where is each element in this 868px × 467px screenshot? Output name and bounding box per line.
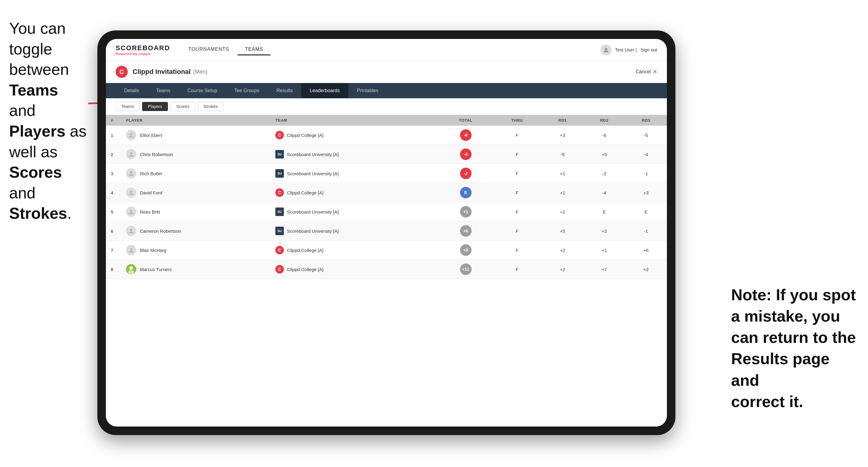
tab-details[interactable]: Details xyxy=(116,83,148,98)
cell-rank: 7 xyxy=(106,241,121,260)
player-avatar xyxy=(126,187,136,198)
team-name: Clippd College [A] xyxy=(287,248,323,253)
cell-player: Cameron Robertson xyxy=(121,221,271,241)
cell-player: Chris Robertson xyxy=(121,145,271,164)
cell-team: SU Scoreboard University [A] xyxy=(271,221,439,241)
main-nav: TOURNAMENTS TEAMS xyxy=(181,44,600,55)
table-row: 4 David Ford C Clippd College [A] E F +1… xyxy=(106,183,667,202)
cell-rd3: E xyxy=(625,202,667,221)
close-icon: ✕ xyxy=(653,68,657,75)
player-avatar xyxy=(126,264,136,274)
cell-rd1: +2 xyxy=(541,260,583,279)
cell-team: C Clippd College [A] xyxy=(271,126,439,145)
cancel-button[interactable]: Cancel ✕ xyxy=(636,68,657,75)
cell-team: SU Scoreboard University [A] xyxy=(271,202,439,221)
svg-point-4 xyxy=(130,171,132,174)
team-name: Clippd College [A] xyxy=(287,133,323,138)
header-right: Test User | Sign out xyxy=(600,44,657,55)
tab-tee-groups[interactable]: Tee Groups xyxy=(226,83,268,98)
team-name: Scoreboard University [A] xyxy=(287,209,339,215)
cell-rank: 6 xyxy=(106,221,121,241)
tab-course-setup[interactable]: Course Setup xyxy=(179,83,226,98)
cell-rd3: +2 xyxy=(625,260,667,279)
col-team: TEAM xyxy=(271,115,439,126)
cell-rank: 8 xyxy=(106,260,121,279)
cell-rank: 2 xyxy=(106,145,121,164)
cell-total: -4 xyxy=(439,145,493,164)
tab-results[interactable]: Results xyxy=(268,83,301,98)
player-avatar xyxy=(126,226,136,236)
player-avatar xyxy=(126,207,136,217)
player-name: Rees Britt xyxy=(140,209,160,215)
cell-thru: F xyxy=(493,202,542,221)
toggle-scores[interactable]: Scores xyxy=(170,102,195,111)
cell-rd3: -1 xyxy=(625,164,667,183)
player-name: Chris Robertson xyxy=(140,152,173,157)
logo-sub-brand: clippd xyxy=(139,52,150,56)
tournament-header: C Clippd Invitational (Men) Cancel ✕ xyxy=(106,61,667,83)
left-annotation: You can toggle between Teams and Players… xyxy=(9,18,94,224)
svg-point-7 xyxy=(130,229,132,231)
cell-team: C Clippd College [A] xyxy=(271,183,439,202)
cell-rank: 1 xyxy=(106,126,121,145)
tab-printables[interactable]: Printables xyxy=(348,83,387,98)
player-name: Blair McHarg xyxy=(140,248,166,253)
cell-total: +11 xyxy=(439,260,493,279)
score-badge: +6 xyxy=(460,225,472,237)
table-row: 8 Marcus Turners C Clippd College [A] +1… xyxy=(106,260,667,279)
cell-rd1: +1 xyxy=(541,183,583,202)
scores-bold: Scores xyxy=(9,163,62,181)
svg-point-11 xyxy=(128,270,134,274)
cell-player: Rees Britt xyxy=(121,202,271,221)
score-badge: -4 xyxy=(460,149,472,160)
score-badge: +1 xyxy=(460,206,472,218)
col-player: PLAYER xyxy=(121,115,271,126)
cell-player: David Ford xyxy=(121,183,271,202)
player-avatar xyxy=(126,130,136,140)
col-rd3: RD3 xyxy=(625,115,667,126)
cell-rank: 3 xyxy=(106,164,121,183)
tablet-screen: SCOREBOARD Powered by clippd TOURNAMENTS… xyxy=(106,39,667,427)
cell-thru: F xyxy=(493,241,542,260)
tab-leaderboards[interactable]: Leaderboards xyxy=(301,83,348,98)
team-logo-clippd: C xyxy=(275,265,284,274)
cell-rd2: +5 xyxy=(584,145,625,164)
tournament-subtitle: (Men) xyxy=(193,69,208,75)
cell-rd3: -5 xyxy=(625,126,667,145)
team-name: Clippd College [A] xyxy=(287,267,323,272)
cell-rd2: -4 xyxy=(584,183,625,202)
cell-rd3: -4 xyxy=(625,145,667,164)
cell-rd3: +3 xyxy=(625,183,667,202)
cell-rd1: +3 xyxy=(541,126,583,145)
player-avatar xyxy=(126,168,136,179)
cell-thru: F xyxy=(493,221,542,241)
team-logo-clippd: C xyxy=(275,246,284,254)
logo-title: SCOREBOARD xyxy=(116,44,170,52)
toggle-teams[interactable]: Teams xyxy=(116,102,140,111)
col-rd2: RD2 xyxy=(584,115,625,126)
cell-total: -2 xyxy=(439,164,493,183)
cell-thru: F xyxy=(493,164,542,183)
nav-teams[interactable]: TEAMS xyxy=(238,44,271,55)
cell-rd2: +7 xyxy=(584,260,625,279)
team-name: Scoreboard University [A] xyxy=(287,171,339,176)
svg-point-10 xyxy=(129,266,133,270)
toggle-strokes[interactable]: Strokes xyxy=(198,102,224,111)
cell-player: Rich Butler xyxy=(121,164,271,183)
toggle-players[interactable]: Players xyxy=(142,102,168,111)
sign-out-link[interactable]: Sign out xyxy=(641,47,657,52)
table-row: 3 Rich Butler SU Scoreboard University [… xyxy=(106,164,667,183)
team-name: Scoreboard University [A] xyxy=(287,152,339,157)
col-total: TOTAL xyxy=(439,115,493,126)
cell-thru: F xyxy=(493,183,542,202)
player-name: Cameron Robertson xyxy=(140,228,181,234)
table-row: 2 Chris Robertson SU Scoreboard Universi… xyxy=(106,145,667,164)
cell-total: E xyxy=(439,183,493,202)
cell-rank: 4 xyxy=(106,183,121,202)
tab-teams[interactable]: Teams xyxy=(148,83,179,98)
nav-tournaments[interactable]: TOURNAMENTS xyxy=(181,44,237,55)
cell-total: +8 xyxy=(439,241,493,260)
cancel-label: Cancel xyxy=(636,69,651,74)
strokes-bold: Strokes xyxy=(9,205,67,222)
team-logo-clippd: C xyxy=(275,188,284,197)
